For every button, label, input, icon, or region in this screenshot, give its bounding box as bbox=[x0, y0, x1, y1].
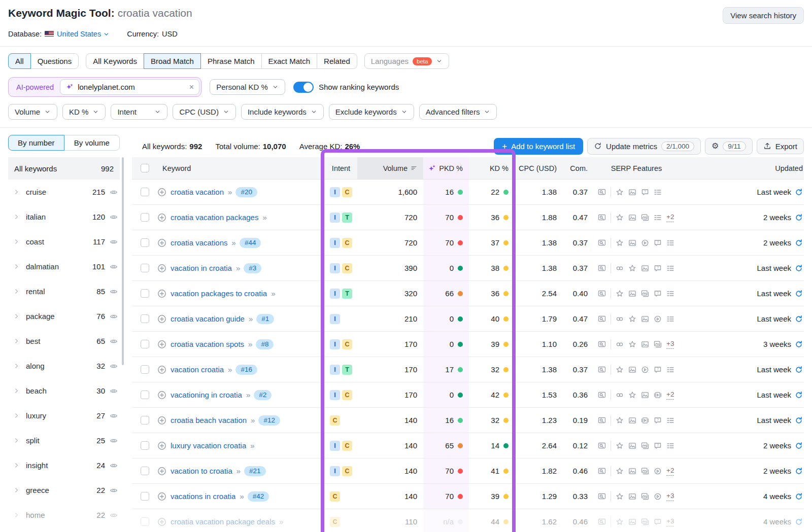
tab-broad-match[interactable]: Broad Match bbox=[144, 53, 201, 69]
sidebar-item-coast[interactable]: coast117 bbox=[8, 229, 120, 254]
sidebar-all-keywords-row[interactable]: All keywords 992 bbox=[8, 157, 120, 180]
refresh-icon[interactable] bbox=[795, 366, 803, 374]
columns-settings-button[interactable]: ⚙ 9/11 bbox=[705, 138, 753, 155]
select-all-checkbox[interactable] bbox=[141, 164, 149, 172]
export-button[interactable]: Export bbox=[757, 138, 804, 154]
sidebar-item-luxury[interactable]: luxury27 bbox=[8, 403, 120, 428]
plus-circle-icon[interactable] bbox=[157, 289, 166, 298]
sidebar-item-along[interactable]: along32 bbox=[8, 353, 120, 378]
sidebar-tab-by-number[interactable]: By number bbox=[8, 135, 64, 151]
tab-exact-match[interactable]: Exact Match bbox=[261, 53, 318, 69]
row-checkbox[interactable] bbox=[141, 264, 149, 272]
open-keyword-icon[interactable]: » bbox=[236, 264, 240, 272]
refresh-icon[interactable] bbox=[795, 442, 803, 450]
sidebar-item-cruise[interactable]: cruise215 bbox=[8, 180, 120, 204]
col-serp-features[interactable]: SERP Features bbox=[591, 157, 682, 179]
eye-icon[interactable] bbox=[110, 188, 118, 196]
open-keyword-icon[interactable]: » bbox=[246, 391, 250, 399]
refresh-icon[interactable] bbox=[795, 467, 803, 475]
filter-dropdown-kd-[interactable]: KD % bbox=[62, 104, 106, 120]
col-kd[interactable]: KD % bbox=[469, 157, 515, 179]
row-checkbox[interactable] bbox=[141, 188, 149, 196]
open-keyword-icon[interactable]: » bbox=[228, 188, 231, 196]
keyword-link[interactable]: croatia vacation guide bbox=[171, 314, 245, 323]
refresh-icon[interactable] bbox=[795, 340, 803, 348]
tab-related[interactable]: Related bbox=[317, 53, 357, 69]
plus-circle-icon[interactable] bbox=[157, 365, 166, 374]
eye-icon[interactable] bbox=[110, 511, 118, 519]
col-com[interactable]: Com. bbox=[563, 157, 591, 179]
database-selector[interactable]: Database: United States bbox=[8, 30, 110, 38]
keyword-link[interactable]: croatia vacation bbox=[171, 188, 224, 196]
plus-circle-icon[interactable] bbox=[157, 264, 166, 273]
sidebar-scrollbar[interactable] bbox=[122, 157, 124, 365]
row-checkbox[interactable] bbox=[141, 365, 149, 374]
eye-icon[interactable] bbox=[110, 362, 118, 370]
refresh-icon[interactable] bbox=[795, 214, 803, 222]
keyword-link[interactable]: vacationing in croatia bbox=[171, 391, 242, 399]
filter-dropdown-volume[interactable]: Volume bbox=[8, 104, 57, 120]
eye-icon[interactable] bbox=[110, 263, 118, 271]
eye-icon[interactable] bbox=[110, 238, 118, 246]
row-checkbox[interactable] bbox=[141, 492, 149, 501]
row-checkbox[interactable] bbox=[141, 340, 149, 348]
sidebar-item-dalmatian[interactable]: dalmatian101 bbox=[8, 254, 120, 279]
sidebar-item-home[interactable]: home22 bbox=[8, 503, 120, 527]
col-keyword[interactable]: Keyword bbox=[157, 157, 325, 179]
col-updated[interactable]: Updated bbox=[682, 157, 804, 179]
tab-all[interactable]: All bbox=[8, 53, 31, 69]
row-checkbox[interactable] bbox=[141, 213, 149, 222]
keyword-link[interactable]: croatia beach vacation bbox=[171, 416, 247, 424]
serp-more-count[interactable]: +3 bbox=[666, 491, 674, 501]
open-keyword-icon[interactable]: » bbox=[262, 213, 266, 222]
keyword-link[interactable]: vacations in croatia bbox=[171, 492, 235, 501]
refresh-icon[interactable] bbox=[795, 315, 803, 323]
open-keyword-icon[interactable]: » bbox=[279, 517, 283, 526]
refresh-icon[interactable] bbox=[795, 264, 803, 272]
refresh-icon[interactable] bbox=[795, 188, 803, 196]
col-volume[interactable]: Volume bbox=[357, 157, 423, 179]
keyword-link[interactable]: croatia vacation package deals bbox=[171, 517, 275, 526]
keyword-link[interactable]: vacation to croatia bbox=[171, 467, 232, 475]
filter-dropdown-intent[interactable]: Intent bbox=[111, 104, 167, 120]
keyword-link[interactable]: croatia vacations bbox=[171, 238, 228, 247]
view-search-history-button[interactable]: View search history bbox=[723, 7, 804, 24]
eye-icon[interactable] bbox=[110, 312, 118, 321]
plus-circle-icon[interactable] bbox=[157, 517, 166, 526]
serp-more-count[interactable]: +3 bbox=[666, 339, 674, 349]
sidebar-item-insight[interactable]: insight24 bbox=[8, 453, 120, 478]
row-checkbox[interactable] bbox=[141, 517, 149, 526]
row-checkbox[interactable] bbox=[141, 289, 149, 298]
row-checkbox[interactable] bbox=[141, 238, 149, 247]
eye-icon[interactable] bbox=[110, 486, 118, 494]
keyword-link[interactable]: vacation packages to croatia bbox=[171, 289, 267, 298]
refresh-icon[interactable] bbox=[795, 518, 803, 526]
tab-phrase-match[interactable]: Phrase Match bbox=[200, 53, 262, 69]
col-pkd[interactable]: PKD % bbox=[423, 157, 469, 179]
open-keyword-icon[interactable]: » bbox=[271, 289, 275, 298]
open-keyword-icon[interactable]: » bbox=[250, 441, 254, 450]
sidebar-item-best[interactable]: best65 bbox=[8, 329, 120, 353]
filter-dropdown-exclude-keywords[interactable]: Exclude keywords bbox=[329, 104, 414, 120]
col-intent[interactable]: Intent bbox=[325, 157, 357, 179]
languages-dropdown[interactable]: Languages beta bbox=[364, 53, 450, 69]
keyword-link[interactable]: vacation croatia bbox=[171, 365, 224, 374]
plus-circle-icon[interactable] bbox=[157, 467, 166, 476]
row-checkbox[interactable] bbox=[141, 391, 149, 399]
sidebar-item-rental[interactable]: rental85 bbox=[8, 279, 120, 304]
open-keyword-icon[interactable]: » bbox=[249, 314, 252, 323]
sidebar-item-italian[interactable]: italian120 bbox=[8, 204, 120, 229]
add-to-keyword-list-button[interactable]: + Add to keyword list bbox=[494, 138, 583, 155]
open-keyword-icon[interactable]: » bbox=[240, 492, 243, 501]
plus-circle-icon[interactable] bbox=[157, 213, 166, 222]
update-metrics-button[interactable]: Update metrics 2/1,000 bbox=[587, 138, 701, 155]
col-cpc[interactable]: CPC (USD) bbox=[515, 157, 563, 179]
serp-more-count[interactable]: +2 bbox=[666, 466, 674, 476]
filter-dropdown-cpc-usd-[interactable]: CPC (USD) bbox=[173, 104, 236, 120]
filter-dropdown-include-keywords[interactable]: Include keywords bbox=[241, 104, 324, 120]
plus-circle-icon[interactable] bbox=[157, 314, 166, 324]
plus-circle-icon[interactable] bbox=[157, 340, 166, 349]
sidebar-item-split[interactable]: split25 bbox=[8, 428, 120, 453]
sidebar-item-package[interactable]: package76 bbox=[8, 304, 120, 329]
eye-icon[interactable] bbox=[110, 437, 118, 445]
